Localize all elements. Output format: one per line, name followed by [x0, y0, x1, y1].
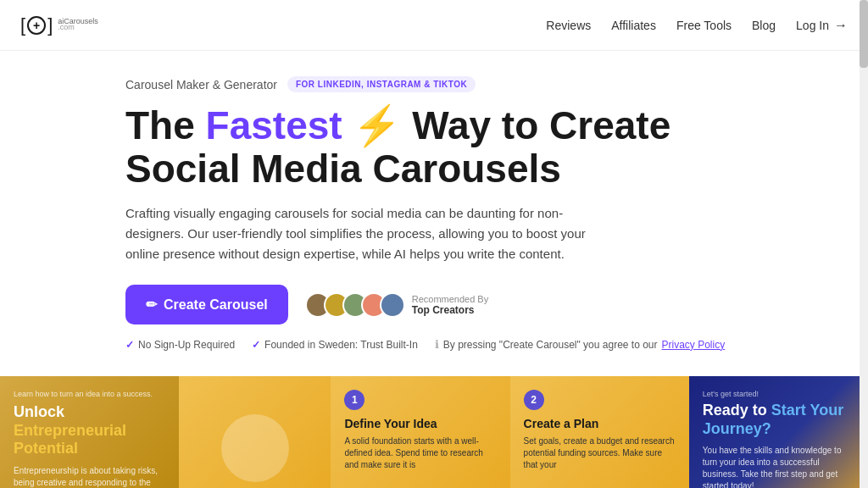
- card-5-sublabel: Let's get started!: [703, 390, 854, 398]
- logo-bracket-right: ]: [47, 14, 53, 36]
- privacy-policy-link[interactable]: Privacy Policy: [662, 339, 726, 351]
- nav-login-button[interactable]: Log In →: [796, 18, 848, 33]
- hero-subtitle: Carousel Maker & Generator: [125, 78, 277, 92]
- recommended-by-label: Recommended By: [412, 294, 489, 304]
- edit-icon: ✏: [146, 297, 157, 313]
- hero-section: Carousel Maker & Generator FOR LINKEDIN,…: [0, 51, 868, 368]
- nav-item-reviews[interactable]: Reviews: [546, 19, 591, 32]
- lightning-icon: ⚡: [353, 103, 401, 147]
- card-5-title: Ready to Start Your Journey?: [703, 402, 854, 438]
- card-4-title: Create a Plan: [524, 417, 676, 430]
- check-icon-1: ✓: [125, 339, 134, 351]
- card-3-number: 1: [344, 390, 364, 410]
- card-4-number: 2: [524, 390, 544, 410]
- avatars-group: Recommended By Top Creators: [305, 292, 489, 318]
- trust-no-signup: ✓ No Sign-Up Required: [125, 339, 235, 351]
- recommended-who-label: Top Creators: [412, 304, 489, 316]
- trust-no-signup-text: No Sign-Up Required: [138, 339, 235, 351]
- nav-links: Reviews Affiliates Free Tools Blog Log I…: [546, 18, 848, 33]
- card-4-body: Set goals, create a budget and research …: [524, 435, 676, 471]
- logo[interactable]: [ + ] aiCarousels .com: [20, 14, 98, 36]
- nav-item-blog[interactable]: Blog: [752, 19, 776, 32]
- hero-platform-badge: FOR LINKEDIN, INSTAGRAM & TIKTOK: [287, 76, 476, 92]
- card-3-title: Define Your Idea: [344, 417, 496, 430]
- card-3-body: A solid foundation starts with a well-de…: [344, 435, 496, 471]
- page-wrapper: [ + ] aiCarousels .com Reviews Affiliate…: [0, 0, 868, 488]
- avatar-5: [380, 292, 405, 318]
- trust-privacy: ℹ By pressing "Create Carousel" you agre…: [435, 338, 725, 351]
- card-1-title: Unlock Entrepreneurial Potential: [14, 403, 165, 458]
- trust-sweden-text: Founded in Sweden: Trust Built-In: [264, 339, 418, 351]
- card-5-body: You have the skills and knowledge to tur…: [703, 445, 854, 488]
- card-1-title-gold: Entrepreneurial Potential: [14, 422, 126, 458]
- carousel-preview: Learn how to turn an idea into a success…: [0, 376, 868, 488]
- logo-bracket-left: [: [20, 14, 25, 36]
- scrollbar[interactable]: [860, 0, 868, 488]
- info-icon: ℹ: [435, 338, 439, 351]
- navbar: [ + ] aiCarousels .com Reviews Affiliate…: [0, 0, 868, 51]
- scrollbar-thumb[interactable]: [860, 0, 868, 68]
- carousel-card-5: Let's get started! Ready to Start Your J…: [689, 376, 868, 488]
- cta-row: ✏ Create Carousel Recommended By Top Cre…: [125, 285, 848, 324]
- card-1-body: Entrepreneurship is about taking risks, …: [14, 465, 165, 488]
- logo-plus-icon: +: [27, 16, 46, 35]
- carousel-card-2: [179, 376, 331, 488]
- circle-decoration: [221, 414, 289, 482]
- logo-icon: [ + ]: [20, 14, 53, 36]
- carousel-card-1: Learn how to turn an idea into a success…: [0, 376, 179, 488]
- hero-title-fastest: Fastest: [206, 103, 342, 147]
- carousel-card-3: 1 Define Your Idea A solid foundation st…: [331, 376, 509, 488]
- logo-brand: aiCarousels .com: [58, 17, 98, 31]
- trust-bar: ✓ No Sign-Up Required ✓ Founded in Swede…: [125, 338, 848, 351]
- nav-item-affiliates[interactable]: Affiliates: [611, 19, 656, 32]
- nav-item-free-tools[interactable]: Free Tools: [676, 19, 732, 32]
- trust-privacy-text: By pressing "Create Carousel" you agree …: [443, 339, 658, 351]
- create-carousel-button[interactable]: ✏ Create Carousel: [125, 285, 288, 324]
- card-1-label: Learn how to turn an idea into a success…: [14, 390, 165, 398]
- hero-title: The Fastest ⚡ Way to Create Social Media…: [125, 104, 848, 190]
- check-icon-2: ✓: [252, 339, 260, 351]
- login-arrow-icon: →: [834, 18, 848, 33]
- trust-sweden: ✓ Founded in Sweden: Trust Built-In: [252, 339, 418, 351]
- carousel-card-4: 2 Create a Plan Set goals, create a budg…: [510, 376, 689, 488]
- hero-badge-row: Carousel Maker & Generator FOR LINKEDIN,…: [125, 76, 848, 92]
- recommended-text-block: Recommended By Top Creators: [412, 294, 489, 316]
- logo-text-group: aiCarousels .com: [58, 19, 98, 31]
- hero-description: Crafting visually engaging carousels for…: [125, 203, 600, 264]
